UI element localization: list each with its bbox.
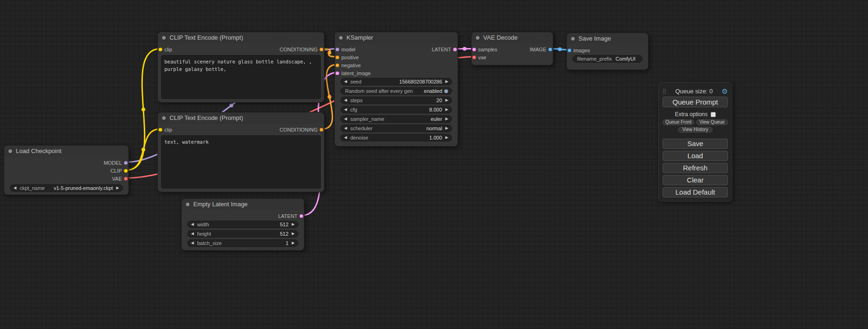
widget-steps[interactable]: ◀ steps 20 ▶ bbox=[340, 97, 452, 104]
node-vae-decode[interactable]: VAE Decode samples IMAGE vae bbox=[471, 32, 553, 65]
widget-height[interactable]: ◀ height 512 ▶ bbox=[187, 230, 298, 238]
node-title: CLIP Text Encode (Prompt) bbox=[169, 34, 243, 41]
node-title-bar[interactable]: KSampler bbox=[335, 32, 458, 43]
settings-gear-icon[interactable]: ⚙ bbox=[722, 88, 728, 95]
input-port-samples[interactable] bbox=[472, 47, 476, 51]
stepper-right-icon[interactable]: ▶ bbox=[292, 230, 295, 238]
widget-width[interactable]: ◀ width 512 ▶ bbox=[187, 221, 298, 228]
output-port-latent[interactable] bbox=[299, 214, 303, 218]
output-port-conditioning[interactable] bbox=[319, 47, 324, 51]
stepper-left-icon[interactable]: ◀ bbox=[344, 106, 347, 113]
stepper-left-icon[interactable]: ◀ bbox=[191, 221, 194, 228]
refresh-button[interactable]: Refresh bbox=[663, 163, 728, 173]
view-queue-button[interactable]: View Queue bbox=[696, 119, 728, 125]
node-load-checkpoint[interactable]: Load Checkpoint MODEL CLIP VAE ◀ ckpt_na… bbox=[4, 145, 129, 195]
input-port-latent-image[interactable] bbox=[335, 71, 339, 75]
widget-value: 8.000 bbox=[429, 106, 442, 113]
stepper-right-icon[interactable]: ▶ bbox=[292, 239, 295, 247]
node-title: Load Checkpoint bbox=[16, 147, 62, 154]
node-clip-text-encode-negative[interactable]: CLIP Text Encode (Prompt) clip CONDITION… bbox=[157, 112, 325, 192]
node-title-bar[interactable]: Empty Latent Image bbox=[182, 199, 304, 210]
stepper-right-icon[interactable]: ▶ bbox=[445, 106, 448, 113]
drag-handle-icon[interactable]: ⣿ bbox=[663, 88, 666, 94]
input-label-negative: negative bbox=[341, 63, 361, 68]
input-port-clip[interactable] bbox=[158, 127, 162, 132]
node-title-bar[interactable]: CLIP Text Encode (Prompt) bbox=[158, 32, 324, 43]
widget-value: enabled bbox=[424, 87, 442, 95]
node-title-bar[interactable]: Load Checkpoint bbox=[4, 146, 128, 157]
node-collapse-dot[interactable] bbox=[162, 116, 166, 120]
stepper-left-icon[interactable]: ◀ bbox=[344, 115, 347, 123]
output-port-vae[interactable] bbox=[124, 176, 128, 181]
input-port-positive[interactable] bbox=[335, 55, 339, 59]
widget-filename-prefix[interactable]: filename_prefix ComfyUI bbox=[572, 55, 642, 63]
output-port-image[interactable] bbox=[548, 47, 552, 51]
input-port-model[interactable] bbox=[335, 47, 339, 51]
output-label-model: MODEL bbox=[104, 160, 122, 166]
widget-value: 512 bbox=[280, 221, 288, 228]
widget-value: 156680208700286 bbox=[399, 78, 442, 85]
node-save-image[interactable]: Save Image images filename_prefix ComfyU… bbox=[566, 33, 649, 70]
node-collapse-dot[interactable] bbox=[162, 35, 166, 40]
input-port-vae[interactable] bbox=[472, 55, 476, 59]
widget-seed[interactable]: ◀ seed 156680208700286 ▶ bbox=[340, 78, 452, 85]
widget-batch-size[interactable]: ◀ batch_size 1 ▶ bbox=[187, 239, 298, 247]
node-collapse-dot[interactable] bbox=[339, 35, 343, 40]
stepper-right-icon[interactable]: ▶ bbox=[292, 221, 295, 228]
stepper-right-icon[interactable]: ▶ bbox=[445, 115, 448, 123]
node-collapse-dot[interactable] bbox=[8, 149, 13, 154]
stepper-right-icon[interactable]: ▶ bbox=[445, 134, 448, 141]
widget-value: euler bbox=[430, 115, 442, 123]
input-label-clip: clip bbox=[164, 127, 172, 133]
widget-ckpt-name[interactable]: ◀ ckpt_name v1-5-pruned-emaonly.ckpt ▶ bbox=[10, 184, 123, 192]
load-button[interactable]: Load bbox=[663, 151, 728, 161]
stepper-left-icon[interactable]: ◀ bbox=[14, 184, 16, 192]
queue-size-label: Queue size: 0 bbox=[666, 88, 721, 95]
node-collapse-dot[interactable] bbox=[185, 202, 190, 207]
stepper-left-icon[interactable]: ◀ bbox=[191, 230, 194, 238]
stepper-left-icon[interactable]: ◀ bbox=[191, 239, 194, 247]
node-collapse-dot[interactable] bbox=[475, 35, 480, 40]
save-button[interactable]: Save bbox=[663, 139, 728, 149]
output-port-clip[interactable] bbox=[124, 168, 128, 173]
widget-sampler-name[interactable]: ◀ sampler_name euler ▶ bbox=[340, 115, 452, 123]
extra-options-checkbox[interactable] bbox=[711, 112, 716, 117]
queue-front-button[interactable]: Queue Front bbox=[663, 119, 694, 125]
output-port-conditioning[interactable] bbox=[319, 127, 324, 132]
port-row-model: model LATENT bbox=[335, 45, 458, 53]
stepper-left-icon[interactable]: ◀ bbox=[344, 125, 347, 132]
stepper-left-icon[interactable]: ◀ bbox=[344, 97, 347, 104]
output-label-vae: VAE bbox=[112, 176, 122, 182]
output-port-model[interactable] bbox=[124, 161, 128, 165]
stepper-right-icon[interactable]: ▶ bbox=[116, 184, 119, 192]
node-empty-latent-image[interactable]: Empty Latent Image LATENT ◀ width 512 ▶ … bbox=[181, 198, 304, 251]
queue-prompt-button[interactable]: Queue Prompt bbox=[663, 97, 728, 107]
widget-scheduler[interactable]: ◀ scheduler normal ▶ bbox=[340, 125, 452, 132]
stepper-left-icon[interactable]: ◀ bbox=[344, 134, 347, 141]
input-port-negative[interactable] bbox=[335, 63, 339, 67]
negative-prompt-textarea[interactable]: text, watermark bbox=[161, 135, 321, 189]
stepper-right-icon[interactable]: ▶ bbox=[445, 125, 448, 132]
output-port-latent[interactable] bbox=[453, 47, 457, 51]
node-title-bar[interactable]: Save Image bbox=[567, 33, 648, 44]
positive-prompt-textarea[interactable]: beautiful scenery nature glass bottle la… bbox=[161, 55, 321, 99]
widget-label: filename_prefix bbox=[577, 55, 612, 63]
load-default-button[interactable]: Load Default bbox=[663, 187, 728, 197]
toggle-dot-icon[interactable] bbox=[444, 89, 448, 93]
node-ksampler[interactable]: KSampler model LATENT positive negative … bbox=[334, 32, 458, 147]
node-collapse-dot[interactable] bbox=[571, 36, 575, 41]
widget-random-seed-toggle[interactable]: Random seed after every gen enabled bbox=[340, 87, 452, 95]
output-row-model: MODEL bbox=[4, 159, 128, 167]
view-history-button[interactable]: View History bbox=[678, 127, 713, 133]
input-port-clip[interactable] bbox=[158, 47, 162, 51]
stepper-right-icon[interactable]: ▶ bbox=[445, 97, 448, 104]
widget-denoise[interactable]: ◀ denoise 1.000 ▶ bbox=[340, 134, 452, 141]
clear-button[interactable]: Clear bbox=[663, 175, 728, 185]
input-port-images[interactable] bbox=[567, 48, 572, 52]
widget-cfg[interactable]: ◀ cfg 8.000 ▶ bbox=[340, 106, 452, 113]
node-title-bar[interactable]: VAE Decode bbox=[472, 32, 553, 43]
node-clip-text-encode-positive[interactable]: CLIP Text Encode (Prompt) clip CONDITION… bbox=[157, 32, 325, 103]
stepper-right-icon[interactable]: ▶ bbox=[445, 78, 448, 85]
stepper-left-icon[interactable]: ◀ bbox=[344, 78, 347, 85]
node-title-bar[interactable]: CLIP Text Encode (Prompt) bbox=[158, 112, 324, 124]
